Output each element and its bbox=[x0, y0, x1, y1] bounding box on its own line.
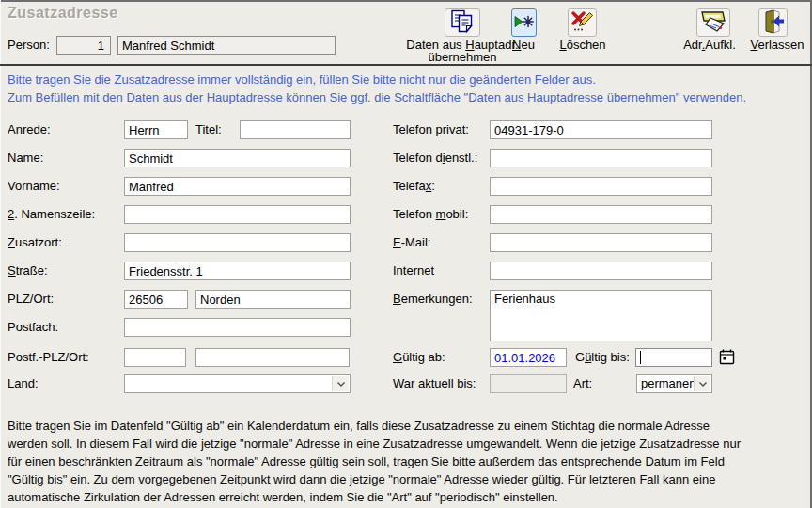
telefax-field[interactable] bbox=[490, 177, 712, 196]
page-title: Zusatzadresse bbox=[8, 5, 118, 22]
name-field[interactable] bbox=[124, 149, 351, 167]
postf-plz-ort-label: Postf.-PLZ/Ort: bbox=[8, 348, 89, 367]
info-text-line1: Bitte tragen Sie die Zusatzadresse immer… bbox=[8, 72, 596, 87]
copy-pages-icon bbox=[448, 9, 476, 37]
vorname-label: Vorname: bbox=[8, 177, 60, 196]
address-label-icon bbox=[699, 9, 727, 36]
help-text-line: Bitte tragen Sie im Datenfeld "Gültig ab… bbox=[8, 417, 808, 435]
postf-plz-field[interactable] bbox=[124, 348, 186, 367]
text-cursor bbox=[640, 351, 641, 364]
plz-field[interactable] bbox=[124, 290, 188, 309]
postfach-field[interactable] bbox=[124, 318, 351, 337]
info-text-line2: Zum Befüllen mit den Daten aus der Haupt… bbox=[8, 90, 746, 104]
chevron-down-icon[interactable] bbox=[332, 376, 349, 391]
delete-icon bbox=[570, 10, 594, 36]
vorname-field[interactable] bbox=[124, 177, 351, 196]
internet-field[interactable] bbox=[490, 262, 712, 280]
gueltig-bis-field[interactable] bbox=[635, 348, 712, 367]
delete-button[interactable] bbox=[568, 8, 597, 37]
name-label: Name: bbox=[8, 149, 43, 167]
new-record-icon bbox=[514, 14, 534, 32]
anrede-field[interactable] bbox=[124, 120, 188, 139]
delete-button-label: Löschen bbox=[554, 39, 612, 51]
telefon-privat-label: Telefon privat: bbox=[393, 120, 469, 139]
help-text-line: automatische Zirkulation der Adressen er… bbox=[8, 488, 808, 506]
telefon-mobil-label: Telefon mobil: bbox=[393, 205, 468, 224]
war-aktuell-bis-label: War aktuell bis: bbox=[393, 374, 476, 393]
telefax-label: Telefax: bbox=[393, 177, 435, 196]
person-label: Person: bbox=[8, 36, 50, 55]
help-text-line: werden soll. In diesem Fall wird die jet… bbox=[8, 435, 808, 452]
email-label: E-Mail: bbox=[393, 233, 430, 252]
ort-field[interactable] bbox=[195, 290, 351, 309]
telefon-privat-field[interactable] bbox=[490, 120, 712, 139]
telefon-dienstl-field[interactable] bbox=[490, 149, 712, 167]
art-label: Art: bbox=[573, 374, 592, 393]
window-border-left bbox=[0, 0, 1, 508]
help-text: Bitte tragen Sie im Datenfeld "Gültig ab… bbox=[8, 417, 808, 506]
calendar-icon[interactable] bbox=[718, 348, 735, 365]
strasse-label: Straße: bbox=[8, 262, 48, 280]
war-aktuell-bis-field bbox=[490, 374, 567, 393]
address-labels-button-label: Adr.Aufkl. bbox=[679, 39, 740, 51]
postf-ort-field[interactable] bbox=[195, 348, 350, 367]
toolbar-separator bbox=[0, 64, 812, 66]
land-label: Land: bbox=[8, 374, 39, 393]
plz-ort-label: PLZ/Ort: bbox=[8, 290, 54, 309]
bemerkungen-label: Bemerkungen: bbox=[393, 290, 473, 309]
address-labels-button[interactable] bbox=[696, 8, 730, 37]
zusatzort-field[interactable] bbox=[124, 233, 351, 252]
chevron-down-icon[interactable] bbox=[694, 376, 710, 391]
zusatzort-label: Zusatzort: bbox=[8, 233, 62, 252]
person-name-field[interactable] bbox=[117, 36, 336, 55]
new-button-label: Neu bbox=[495, 39, 552, 51]
window-border-top bbox=[0, 0, 812, 2]
help-text-line: für einen beschränkten Zeitraum als "nor… bbox=[8, 452, 808, 470]
copy-from-main-address-button[interactable] bbox=[445, 8, 480, 37]
internet-label: Internet bbox=[393, 262, 434, 280]
help-text-line: "Gültig bis" ein. Zu dem vorgegebenen Ze… bbox=[8, 470, 808, 488]
exit-door-icon bbox=[761, 9, 785, 37]
postfach-label: Postfach: bbox=[8, 318, 58, 337]
zusatzadresse-window: Zusatzadresse Person: bbox=[0, 0, 812, 508]
namenszeile2-label: 2. Namenszeile: bbox=[8, 205, 95, 224]
land-select[interactable] bbox=[124, 374, 351, 393]
telefon-mobil-field[interactable] bbox=[490, 205, 712, 224]
leave-button[interactable] bbox=[758, 8, 788, 37]
new-button[interactable] bbox=[511, 8, 537, 37]
namenszeile2-field[interactable] bbox=[124, 205, 351, 224]
art-select[interactable]: permanent bbox=[636, 374, 712, 393]
telefon-dienstl-label: Telefon dienstl.: bbox=[393, 149, 477, 167]
bemerkungen-field[interactable]: Ferienhaus bbox=[490, 290, 712, 341]
anrede-label: Anrede: bbox=[8, 120, 51, 139]
person-number-field[interactable] bbox=[56, 36, 111, 55]
gueltig-ab-label: Gültig ab: bbox=[393, 348, 445, 367]
leave-button-label: Verlassen bbox=[744, 39, 810, 51]
gueltig-bis-label: Gültig bis: bbox=[575, 348, 630, 367]
strasse-field[interactable] bbox=[124, 262, 351, 280]
email-field[interactable] bbox=[490, 233, 712, 252]
titel-label: Titel: bbox=[195, 120, 222, 139]
gueltig-ab-field[interactable] bbox=[490, 348, 567, 367]
titel-field[interactable] bbox=[240, 120, 351, 139]
